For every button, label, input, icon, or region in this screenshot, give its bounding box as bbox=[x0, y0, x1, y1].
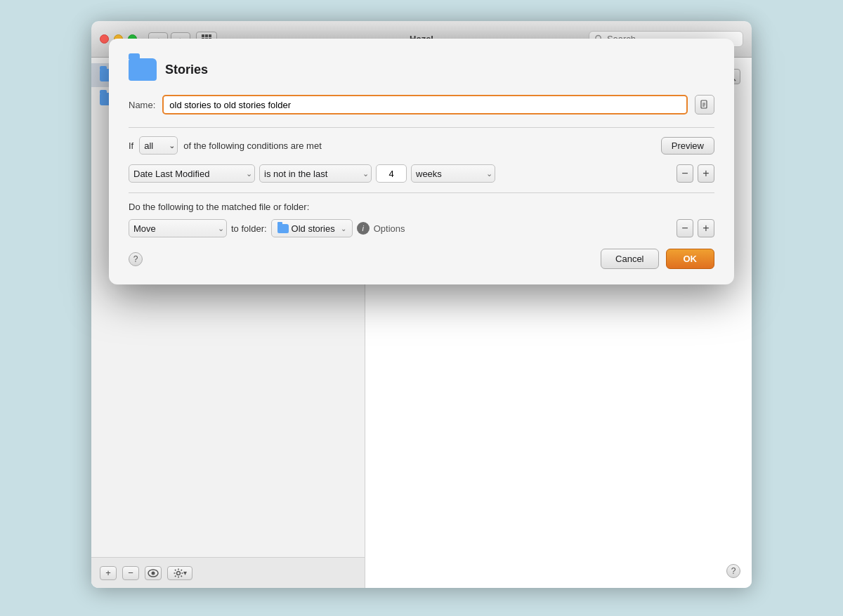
action-add-button[interactable]: + bbox=[698, 219, 714, 237]
document-icon bbox=[700, 100, 710, 110]
dialog-footer: ? Cancel OK bbox=[129, 249, 714, 269]
close-button[interactable] bbox=[100, 34, 109, 44]
operator-select[interactable]: is not in the last is in the last is bef… bbox=[259, 164, 372, 183]
name-label: Name: bbox=[129, 100, 155, 110]
options-text: Options bbox=[374, 223, 405, 234]
footer-buttons: Cancel OK bbox=[601, 249, 714, 269]
cancel-button[interactable]: Cancel bbox=[601, 249, 658, 269]
sidebar-remove-button[interactable]: − bbox=[122, 566, 139, 580]
sidebar-add-button[interactable]: + bbox=[100, 566, 117, 580]
action-verb-select[interactable]: Move Copy Delete bbox=[129, 219, 227, 237]
unit-select-wrapper[interactable]: weeks days months years bbox=[411, 164, 495, 183]
action-verb-wrapper[interactable]: Move Copy Delete bbox=[129, 219, 227, 237]
action-remove-button[interactable]: − bbox=[677, 219, 693, 237]
all-select-wrapper[interactable]: all any none ⌄ bbox=[139, 136, 178, 155]
sidebar-gear-button[interactable]: ▾ bbox=[167, 566, 192, 580]
action-folder-name: Old stories bbox=[292, 223, 335, 234]
conditions-if-text: If bbox=[129, 140, 133, 151]
name-icon-button[interactable] bbox=[695, 95, 714, 114]
unit-select[interactable]: weeks days months years bbox=[411, 164, 495, 183]
dialog-header: Stories bbox=[129, 58, 714, 81]
divider-1 bbox=[129, 127, 714, 128]
folder-chevron-icon: ⌄ bbox=[341, 225, 346, 232]
conditions-row: If all any none ⌄ of the following condi… bbox=[129, 136, 714, 155]
folder-selector[interactable]: Old stories ⌄ bbox=[271, 219, 353, 237]
svg-point-12 bbox=[152, 571, 155, 575]
svg-point-13 bbox=[176, 571, 180, 575]
dialog-folder-name: Stories bbox=[165, 63, 208, 77]
help-button[interactable]: ? bbox=[726, 564, 740, 578]
info-icon[interactable]: i bbox=[357, 222, 370, 235]
preview-button[interactable]: Preview bbox=[661, 137, 714, 155]
sidebar-toolbar: + − ▾ bbox=[91, 557, 365, 588]
dialog-folder-icon bbox=[129, 58, 157, 81]
name-row: Name: bbox=[129, 95, 714, 114]
all-select[interactable]: all any none bbox=[139, 136, 178, 155]
name-input[interactable] bbox=[162, 95, 688, 114]
sidebar-eye-button[interactable] bbox=[145, 566, 162, 580]
conditions-suffix-text: of the following conditions are met bbox=[183, 140, 322, 151]
ok-button[interactable]: OK bbox=[666, 249, 715, 269]
dialog: Stories Name: If all any none ⌄ of the f… bbox=[109, 39, 734, 284]
svg-rect-2 bbox=[209, 34, 211, 37]
condition-value-input[interactable] bbox=[376, 164, 407, 183]
action-row: Move Copy Delete to folder: Old stories … bbox=[129, 219, 714, 237]
gear-icon bbox=[174, 568, 183, 578]
svg-rect-0 bbox=[202, 34, 204, 37]
operator-select-wrapper[interactable]: is not in the last is in the last is bef… bbox=[259, 164, 372, 183]
divider-2 bbox=[129, 192, 714, 193]
action-preposition: to folder: bbox=[231, 223, 267, 234]
svg-rect-1 bbox=[205, 34, 208, 37]
condition-remove-button[interactable]: − bbox=[677, 164, 693, 183]
condition-row: Date Last Modified Date Created Name Siz… bbox=[129, 164, 714, 183]
action-folder-icon bbox=[277, 224, 289, 233]
actions-section: Do the following to the matched file or … bbox=[129, 202, 714, 237]
attribute-select[interactable]: Date Last Modified Date Created Name Siz… bbox=[129, 164, 255, 183]
attribute-select-wrapper[interactable]: Date Last Modified Date Created Name Siz… bbox=[129, 164, 255, 183]
eye-icon bbox=[148, 569, 159, 577]
condition-add-button[interactable]: + bbox=[698, 164, 714, 183]
dialog-help-button[interactable]: ? bbox=[129, 252, 143, 266]
actions-label: Do the following to the matched file or … bbox=[129, 202, 714, 212]
